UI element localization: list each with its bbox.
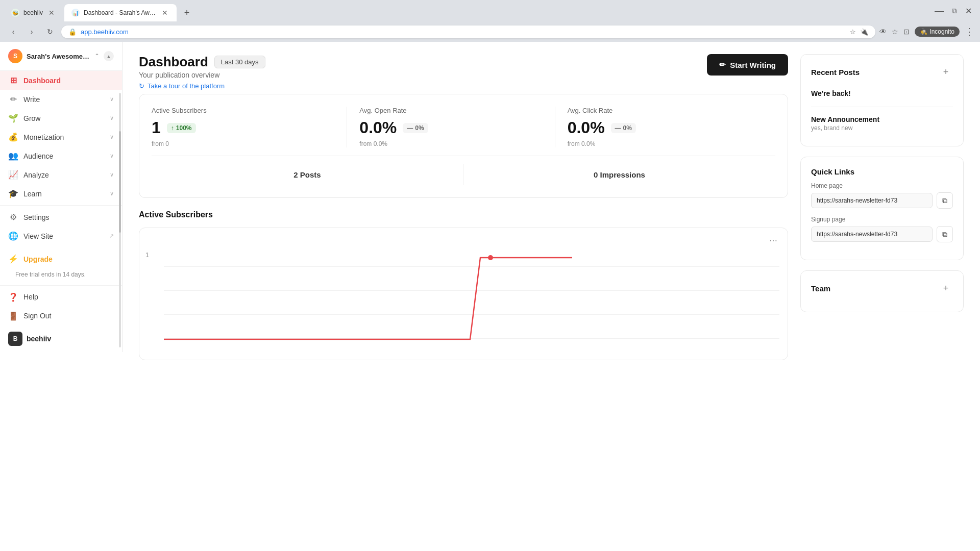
sidebar-item-view-site[interactable]: 🌐 View Site ↗: [0, 227, 122, 245]
content-left: Dashboard Last 30 days Your publication …: [139, 54, 788, 539]
post-item-2: New Announcement yes, brand new: [811, 111, 953, 136]
svg-point-4: [488, 255, 493, 260]
monetization-chevron-icon: ∨: [110, 134, 114, 140]
tab-dashboard-close[interactable]: ✕: [160, 8, 169, 17]
sidebar-item-monetization[interactable]: 💰 Monetization ∨: [0, 128, 122, 146]
reload-button[interactable]: ↻: [43, 24, 57, 39]
right-panel: Recent Posts + We're back! New Announcem…: [800, 54, 964, 312]
write-icon: ✏: [8, 94, 18, 104]
recent-posts-add-button[interactable]: +: [939, 65, 953, 79]
app-layout: S Sarah's Awesome N... ⌃ ▲ ⊞ Dashboard ✏…: [0, 42, 980, 551]
chart-container: ⋯ 1: [139, 228, 788, 360]
avg-open-rate-badge: — 0%: [403, 123, 428, 133]
settings-icon: ⚙: [8, 212, 18, 222]
tab-dashboard[interactable]: 📊 Dashboard - Sarah's Awesome N... ✕: [64, 4, 177, 21]
extension-icon[interactable]: 🔌: [860, 28, 868, 36]
nav-separator-2: [0, 285, 122, 286]
back-button[interactable]: ‹: [6, 24, 20, 39]
nav-separator: [0, 205, 122, 206]
impressions-count: 0 Impressions: [463, 164, 775, 185]
sidebar-wrapper: S Sarah's Awesome N... ⌃ ▲ ⊞ Dashboard ✏…: [0, 42, 122, 551]
sidebar-item-upgrade-label: Upgrade: [23, 255, 114, 263]
sign-out-icon: 🚪: [8, 311, 18, 321]
more-options-icon[interactable]: ⋮: [965, 26, 974, 37]
tour-link[interactable]: ↻ Take a tour of the platform: [139, 82, 265, 90]
sidebar-item-write[interactable]: ✏ Write ∨: [0, 90, 122, 109]
sidebar-item-sign-out-label: Sign Out: [23, 312, 114, 320]
upgrade-icon: ⚡: [8, 254, 18, 264]
sidebar-item-settings[interactable]: ⚙ Settings: [0, 208, 122, 227]
learn-chevron-icon: ∨: [110, 190, 114, 197]
home-page-label: Home page: [811, 182, 953, 189]
sidebar-item-write-label: Write: [23, 95, 105, 104]
sidebar-item-sign-out[interactable]: 🚪 Sign Out: [0, 307, 122, 325]
browser-chrome: 🐝 beehiiv ✕ 📊 Dashboard - Sarah's Awesom…: [0, 0, 980, 42]
sidebar-scroll-up[interactable]: ▲: [104, 51, 114, 61]
avg-click-rate-stat: Avg. Click Rate 0.0% — 0% from 0.0%: [568, 107, 775, 147]
multidevice-icon[interactable]: ⊡: [903, 28, 910, 36]
tab-beehiiv-close[interactable]: ✕: [47, 8, 56, 17]
incognito-label: Incognito: [929, 28, 954, 35]
avg-open-rate-label: Avg. Open Rate: [359, 107, 542, 114]
close-button[interactable]: ✕: [965, 6, 972, 16]
active-subscribers-label: Active Subscribers: [152, 107, 334, 114]
sidebar-item-grow[interactable]: 🌱 Grow ∨: [0, 109, 122, 128]
maximize-button[interactable]: ⧉: [952, 7, 957, 15]
publication-selector[interactable]: S Sarah's Awesome N... ⌃ ▲: [0, 42, 122, 71]
sidebar-item-upgrade[interactable]: ⚡ Upgrade: [0, 249, 122, 268]
home-page-url: https://sarahs-newsletter-fd73: [811, 193, 933, 208]
tour-icon: ↻: [139, 82, 144, 90]
sidebar-item-audience[interactable]: 👥 Audience ∨: [0, 146, 122, 165]
signup-page-copy-button[interactable]: ⧉: [937, 226, 953, 242]
forward-button[interactable]: ›: [24, 24, 39, 39]
page-title-row: Dashboard Last 30 days: [139, 54, 265, 70]
help-icon: ❓: [8, 292, 18, 302]
chart-more-button[interactable]: ⋯: [766, 233, 780, 247]
avg-click-rate-value: 0.0%: [568, 118, 605, 137]
publication-chevron-icon: ⌃: [94, 53, 100, 60]
sidebar-item-learn[interactable]: 🎓 Learn ∨: [0, 184, 122, 203]
write-chevron-icon: ∨: [110, 96, 114, 103]
address-bar[interactable]: 🔒 app.beehiiv.com ☆ 🔌: [61, 26, 875, 38]
post-item-1: We're back!: [811, 85, 953, 103]
trial-notice: Free trial ends in 14 days.: [0, 268, 122, 283]
home-page-copy-button[interactable]: ⧉: [937, 192, 953, 209]
chart-svg: [164, 247, 779, 343]
publication-icon: S: [8, 49, 22, 63]
signup-page-row: https://sarahs-newsletter-fd73 ⧉: [811, 226, 953, 242]
bookmark-icon[interactable]: ☆: [892, 28, 898, 36]
chart-area: 1: [139, 247, 788, 360]
star-icon[interactable]: ☆: [850, 28, 856, 36]
sidebar-item-analyze[interactable]: 📈 Analyze ∨: [0, 165, 122, 184]
page-title: Dashboard: [139, 54, 208, 70]
sidebar-item-help[interactable]: ❓ Help: [0, 288, 122, 307]
minimize-button[interactable]: —: [935, 6, 944, 16]
badge-value: 0%: [623, 124, 632, 132]
address-text: app.beehiiv.com: [81, 28, 846, 36]
recent-posts-header: Recent Posts +: [811, 65, 953, 79]
audience-chevron-icon: ∨: [110, 153, 114, 159]
team-add-button[interactable]: +: [939, 281, 953, 295]
start-writing-button[interactable]: ✏ Start Writing: [707, 54, 788, 76]
screen-reader-icon[interactable]: 👁: [879, 28, 887, 36]
publication-name: Sarah's Awesome N...: [27, 53, 90, 60]
new-tab-button[interactable]: +: [180, 6, 194, 20]
avg-open-rate-value-row: 0.0% — 0%: [359, 118, 542, 137]
badge-value: 100%: [176, 124, 192, 132]
post-subtitle-2: yes, brand new: [811, 124, 953, 132]
chart-y-label: 1: [145, 252, 149, 259]
last-days-button[interactable]: Last 30 days: [214, 56, 265, 68]
analyze-icon: 📈: [8, 170, 18, 180]
incognito-badge: 🕵 Incognito: [915, 27, 960, 37]
sidebar-scrollbar[interactable]: [119, 93, 121, 347]
badge-up-icon: ↑: [171, 124, 174, 132]
tab-dashboard-title: Dashboard - Sarah's Awesome N...: [84, 9, 156, 16]
sidebar-item-analyze-label: Analyze: [23, 171, 105, 179]
team-panel: Team +: [800, 270, 964, 312]
page-subtitle: Your publication overview: [139, 71, 265, 79]
dashboard-favicon: 📊: [71, 9, 80, 17]
sidebar-item-dashboard[interactable]: ⊞ Dashboard: [0, 71, 122, 90]
tab-beehiiv[interactable]: 🐝 beehiiv ✕: [4, 4, 63, 21]
post-title-2: New Announcement: [811, 115, 953, 123]
quick-links-title: Quick Links: [811, 167, 854, 176]
